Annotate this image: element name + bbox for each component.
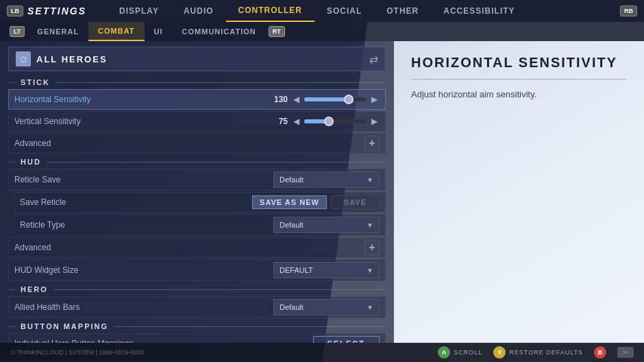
advanced-stick-expand-icon[interactable]: + <box>364 136 380 151</box>
vertical-sensitivity-slider[interactable] <box>304 119 366 123</box>
hero-swap-icon[interactable]: ⇄ <box>369 53 378 66</box>
subtab-combat[interactable]: COMBAT <box>88 22 144 41</box>
subtab-general[interactable]: GENERAL <box>27 22 88 41</box>
horizontal-sensitivity-value: 130 <box>267 95 288 104</box>
hint-back: B <box>594 346 606 359</box>
hint-scroll: A SCROLL <box>438 346 482 359</box>
section-bm-line-right <box>114 326 386 327</box>
advanced-stick-row[interactable]: Advanced + <box>8 133 386 154</box>
help-title: HORIZONTAL SENSITIVITY <box>411 55 627 71</box>
tab-display[interactable]: DISPLAY <box>107 0 171 22</box>
select-button[interactable]: SELECT <box>313 336 380 343</box>
allied-health-bars-arrow: ▼ <box>367 304 373 311</box>
vertical-sensitivity-left-arrow[interactable]: ◀ <box>290 117 301 126</box>
section-hero-label: HERO <box>21 285 48 293</box>
lt-badge[interactable]: LT <box>10 26 25 37</box>
save-reticle-controls: SAVE AS NEW SAVE <box>252 195 380 209</box>
section-button-mapping-header: BUTTON MAPPING <box>8 322 386 330</box>
rb-badge[interactable]: RB <box>620 5 637 16</box>
save-reticle-label: Save Reticle <box>20 197 252 207</box>
setting-row-horizontal-sensitivity[interactable]: Horizontal Sensitivity 130 ◀ ▶ <box>8 89 386 110</box>
horizontal-sensitivity-left-arrow[interactable]: ◀ <box>290 95 301 104</box>
help-description: Adjust horizontal aim sensitivity. <box>411 88 627 101</box>
bottom-left-text: ⊙ THINKINCLOUD | SYSTEM | 1990-0019-0000 <box>10 349 145 356</box>
horizontal-sensitivity-right-arrow[interactable]: ▶ <box>369 95 380 104</box>
advanced-hud-expand-icon[interactable]: + <box>364 240 380 255</box>
hero-icon: ⬡ <box>16 51 31 67</box>
tab-accessibility[interactable]: ACCESSIBILITY <box>431 0 527 22</box>
restore-hint-label: RESTORE DEFAULTS <box>509 349 583 356</box>
horizontal-sensitivity-thumb[interactable] <box>344 95 354 104</box>
bottom-bar: ⊙ THINKINCLOUD | SYSTEM | 1990-0019-0000… <box>0 343 644 362</box>
section-line-right <box>55 82 386 83</box>
main-content: ⬡ ALL HEROES ⇄ STICK Horizontal Sensitiv… <box>0 41 644 343</box>
vertical-sensitivity-right-arrow[interactable]: ▶ <box>369 117 380 126</box>
setting-row-individual-hero-button-mappings[interactable]: Individual Hero Button Mappings SELECT <box>8 333 386 343</box>
setting-row-save-reticle: Save Reticle SAVE AS NEW SAVE <box>14 192 386 213</box>
section-bm-line-left <box>8 326 15 327</box>
hint-restore: Y RESTORE DEFAULTS <box>493 346 583 359</box>
vertical-sensitivity-control: 75 ◀ ▶ <box>267 117 380 126</box>
reticle-save-dropdown-arrow: ▼ <box>367 176 373 184</box>
horizontal-sensitivity-label: Horizontal Sensitivity <box>14 95 267 104</box>
section-hero-line-right <box>53 289 386 290</box>
help-divider <box>411 79 627 80</box>
section-hud-line-right <box>47 162 386 162</box>
section-hud-label: HUD <box>21 158 41 166</box>
setting-row-hud-widget-size[interactable]: HUD Widget Size DEFAULT ▼ <box>8 259 386 281</box>
hud-widget-size-dropdown[interactable]: DEFAULT ▼ <box>273 262 380 278</box>
subtab-communication[interactable]: COMMUNICATION <box>173 22 266 41</box>
advanced-hud-row[interactable]: Advanced + <box>8 237 386 258</box>
top-navigation: LB SETTINGS DISPLAY AUDIO CONTROLLER SOC… <box>0 0 644 22</box>
horizontal-sensitivity-control: 130 ◀ ▶ <box>267 95 380 104</box>
hud-widget-size-value: DEFAULT <box>280 266 367 274</box>
allied-health-bars-value: Default <box>280 303 367 311</box>
allied-health-bars-label: Allied Health Bars <box>14 302 273 312</box>
reticle-save-value: Default <box>280 176 367 184</box>
setting-row-reticle-type[interactable]: Reticle Type Default ▼ <box>14 214 386 236</box>
hero-name: ALL HEROES <box>36 54 364 64</box>
setting-row-reticle-save[interactable]: Reticle Save Default ▼ <box>8 169 386 191</box>
horizontal-sensitivity-fill <box>304 97 349 101</box>
lb-badge[interactable]: LB <box>7 5 23 16</box>
section-button-mapping-label: BUTTON MAPPING <box>21 322 108 330</box>
save-button[interactable]: SAVE <box>331 195 380 209</box>
reticle-type-dropdown-arrow: ▼ <box>367 221 373 229</box>
hero-selector[interactable]: ⬡ ALL HEROES ⇄ <box>8 47 386 71</box>
hud-widget-size-arrow: ▼ <box>367 267 373 274</box>
tab-audio[interactable]: AUDIO <box>171 0 226 22</box>
b-button-icon[interactable]: B <box>594 346 606 359</box>
section-stick-label: STICK <box>21 78 50 86</box>
sub-navigation: LT GENERAL COMBAT UI COMMUNICATION RT <box>0 22 644 41</box>
rt-badge[interactable]: RT <box>269 26 285 37</box>
horizontal-sensitivity-slider[interactable] <box>304 97 366 101</box>
section-hud-header: HUD <box>8 158 386 166</box>
app-title: SETTINGS <box>27 5 86 16</box>
scroll-hint-label: SCROLL <box>454 349 482 356</box>
section-hero-header: HERO <box>8 285 386 293</box>
reticle-save-label: Reticle Save <box>14 175 273 184</box>
vertical-sensitivity-value: 75 <box>267 117 288 126</box>
a-button-icon[interactable]: A <box>438 346 450 359</box>
setting-row-allied-health-bars[interactable]: Allied Health Bars Default ▼ <box>8 296 386 318</box>
vertical-sensitivity-thumb[interactable] <box>324 117 334 126</box>
allied-health-bars-dropdown[interactable]: Default ▼ <box>273 299 380 315</box>
section-hud-line-left <box>8 162 15 162</box>
section-line-left <box>8 82 15 83</box>
left-panel: ⬡ ALL HEROES ⇄ STICK Horizontal Sensitiv… <box>0 41 394 343</box>
vertical-sensitivity-label: Vertical Sensitivity <box>14 117 267 126</box>
tab-social[interactable]: SOCIAL <box>314 0 374 22</box>
reticle-save-dropdown[interactable]: Default ▼ <box>273 171 380 188</box>
controller-icon: 🎮 <box>617 347 634 358</box>
save-as-new-button[interactable]: SAVE AS NEW <box>252 195 327 209</box>
advanced-hud-label: Advanced <box>14 243 364 252</box>
setting-row-vertical-sensitivity[interactable]: Vertical Sensitivity 75 ◀ ▶ <box>8 111 386 132</box>
reticle-type-dropdown[interactable]: Default ▼ <box>273 217 380 233</box>
subtab-ui[interactable]: UI <box>145 22 173 41</box>
advanced-stick-label: Advanced <box>14 138 364 148</box>
tab-other[interactable]: OTHER <box>374 0 431 22</box>
y-button-icon[interactable]: Y <box>493 346 506 359</box>
right-help-panel: HORIZONTAL SENSITIVITY Adjust horizontal… <box>394 41 644 343</box>
app-title-group: LB SETTINGS <box>7 5 86 16</box>
tab-controller[interactable]: CONTROLLER <box>226 0 314 22</box>
